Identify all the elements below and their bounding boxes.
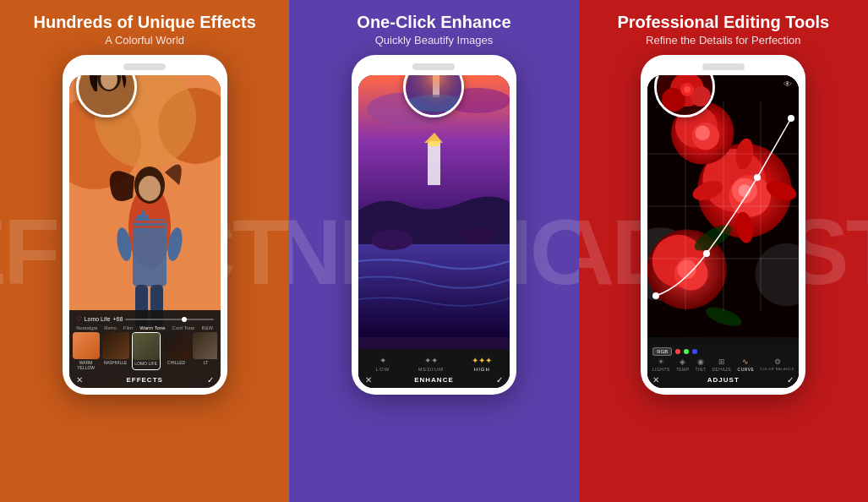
panel-1-title: Hundreds of Unique Effects bbox=[33, 12, 255, 32]
filter-thumbnails: WARM YELLOW NASHVILLE LOMO LIFE CHI bbox=[73, 332, 217, 370]
enhance-medium-icon: ✦✦ bbox=[424, 356, 438, 365]
svg-point-69 bbox=[754, 174, 761, 181]
phone-mockup-3: 👁 bbox=[641, 55, 805, 395]
svg-point-70 bbox=[788, 115, 794, 122]
adjust-lights[interactable]: ☀ LIGHTS bbox=[652, 357, 670, 372]
phone-notch-2 bbox=[412, 63, 455, 70]
panel-adjust: ADJUST Professional Editing Tools Refine… bbox=[579, 0, 868, 502]
enhance-high[interactable]: ✦✦✦ HIGH bbox=[472, 356, 492, 372]
phone-mockup-2: ✦ LOW ✦✦ MEDIUM ✦✦✦ HIGH ✕ bbox=[352, 55, 516, 395]
screen-effects: ♡ Lomo Life +68 Nostalgia Retro Film War… bbox=[69, 75, 221, 388]
lomo-text: Lomo Life bbox=[85, 316, 111, 322]
svg-rect-12 bbox=[134, 226, 166, 228]
adjust-bar: RGB ☀ LIGHTS ◈ TEMP bbox=[647, 344, 799, 388]
svg-point-31 bbox=[371, 230, 413, 250]
panel-enhance: ENHANCE One-Click Enhance Quickly Beauti… bbox=[289, 0, 578, 502]
filter-name-row: Nostalgia Retro Film Warm Tone Cool Tone… bbox=[73, 325, 217, 330]
lomo-slider[interactable] bbox=[125, 319, 213, 320]
enhance-low[interactable]: ✦ LOW bbox=[376, 356, 390, 372]
adjust-actions: ✕ ADJUST ✓ bbox=[649, 374, 797, 385]
adjust-color-balance[interactable]: ⚙ COLOR BALANCE bbox=[760, 357, 794, 372]
effects-label: EFFECTS bbox=[126, 376, 162, 384]
lomo-badge: ♡ Lomo Life +68 bbox=[73, 315, 217, 323]
phone-screen-3: 👁 bbox=[647, 75, 799, 388]
adjust-tools: ☀ LIGHTS ◈ TEMP ◉ TINT ⊞ bbox=[649, 357, 797, 372]
adjust-tint[interactable]: ◉ TINT bbox=[695, 357, 706, 372]
panel-1-subtitle: A Colorful World bbox=[33, 34, 255, 46]
adjust-temp[interactable]: ◈ TEMP bbox=[676, 357, 690, 372]
enhance-high-icon: ✦✦✦ bbox=[472, 356, 492, 365]
filter-thumb-2[interactable]: NASHVILLE bbox=[102, 332, 129, 370]
adjust-dehaze[interactable]: ⊞ DEHAZE bbox=[712, 357, 731, 372]
enhance-actions: ✕ ENHANCE ✓ bbox=[362, 375, 506, 385]
panel-1-header: Hundreds of Unique Effects A Colorful Wo… bbox=[33, 12, 255, 46]
phone-notch-1 bbox=[123, 63, 166, 70]
rgb-row: RGB bbox=[649, 347, 797, 357]
adjust-label: ADJUST bbox=[707, 376, 740, 384]
screen-adjust: 👁 bbox=[647, 75, 799, 388]
panel-2-title: One-Click Enhance bbox=[357, 12, 510, 32]
enhance-label: ENHANCE bbox=[414, 376, 454, 384]
effects-actions: ✕ EFFECTS ✓ bbox=[73, 374, 217, 385]
svg-rect-29 bbox=[429, 141, 439, 146]
lomo-dot bbox=[182, 317, 187, 322]
effects-bar: ♡ Lomo Life +68 Nostalgia Retro Film War… bbox=[69, 310, 221, 388]
svg-rect-27 bbox=[428, 143, 440, 185]
panel-effects: EFFECTS Hundreds of Unique Effects A Col… bbox=[0, 0, 289, 502]
red-channel[interactable] bbox=[675, 349, 680, 354]
enhance-options: ✦ LOW ✦✦ MEDIUM ✦✦✦ HIGH bbox=[362, 356, 506, 372]
enhance-bar: ✦ LOW ✦✦ MEDIUM ✦✦✦ HIGH ✕ bbox=[358, 349, 510, 388]
enhance-low-icon: ✦ bbox=[379, 356, 386, 365]
panel-3-subtitle: Refine the Details for Perfection bbox=[617, 34, 829, 46]
blue-channel[interactable] bbox=[692, 349, 697, 354]
filter-thumb-5[interactable]: LT bbox=[193, 332, 217, 370]
check-button-1[interactable]: ✓ bbox=[207, 375, 214, 385]
lomo-value: +68 bbox=[112, 316, 123, 322]
enhance-high-label: HIGH bbox=[474, 367, 490, 372]
svg-point-68 bbox=[703, 250, 710, 257]
panel-2-header: One-Click Enhance Quickly Beautify Image… bbox=[357, 12, 510, 46]
check-button-3[interactable]: ✓ bbox=[787, 375, 794, 385]
svg-point-38 bbox=[684, 86, 691, 93]
svg-point-14 bbox=[139, 176, 161, 201]
screen-enhance: ✦ LOW ✦✦ MEDIUM ✦✦✦ HIGH ✕ bbox=[358, 75, 510, 388]
panel-2-subtitle: Quickly Beautify Images bbox=[357, 34, 510, 46]
enhance-medium[interactable]: ✦✦ MEDIUM bbox=[418, 356, 444, 372]
check-button-2[interactable]: ✓ bbox=[496, 375, 503, 385]
panel-3-header: Professional Editing Tools Refine the De… bbox=[617, 12, 829, 46]
visibility-icon[interactable]: 👁 bbox=[783, 79, 792, 89]
close-button-3[interactable]: ✕ bbox=[652, 375, 659, 385]
phone-mockup-1: ♡ Lomo Life +68 Nostalgia Retro Film War… bbox=[63, 55, 227, 395]
phone-notch-3 bbox=[702, 63, 745, 70]
svg-point-32 bbox=[460, 227, 494, 244]
filter-thumb-4[interactable]: CHILLED bbox=[163, 332, 190, 370]
adjust-curve[interactable]: ∿ CURVE bbox=[738, 357, 755, 372]
green-channel[interactable] bbox=[684, 349, 689, 354]
svg-rect-11 bbox=[134, 221, 166, 223]
phone-screen-2: ✦ LOW ✦✦ MEDIUM ✦✦✦ HIGH ✕ bbox=[358, 75, 510, 388]
enhance-medium-label: MEDIUM bbox=[418, 367, 444, 372]
enhance-low-label: LOW bbox=[376, 367, 390, 372]
filter-thumb-1[interactable]: WARM YELLOW bbox=[73, 332, 100, 370]
panel-3-title: Professional Editing Tools bbox=[617, 12, 829, 32]
svg-point-67 bbox=[652, 292, 659, 299]
rgb-badge[interactable]: RGB bbox=[652, 347, 672, 356]
close-button-1[interactable]: ✕ bbox=[76, 375, 83, 385]
filter-thumb-3[interactable]: LOMO LIFE bbox=[132, 332, 161, 370]
grid-overlay bbox=[647, 75, 799, 337]
close-button-2[interactable]: ✕ bbox=[365, 375, 372, 385]
svg-rect-30 bbox=[358, 244, 510, 337]
phone-screen-1: ♡ Lomo Life +68 Nostalgia Retro Film War… bbox=[69, 75, 221, 388]
